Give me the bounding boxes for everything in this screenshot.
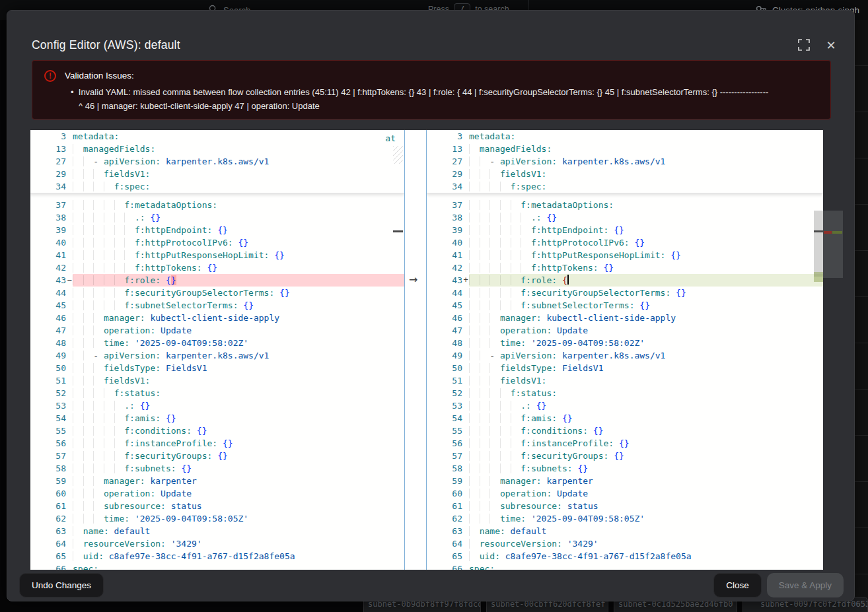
diff-pane-modified[interactable]: 3metadata:13 managedFields:27 - apiVersi… [427, 130, 823, 570]
code-line[interactable]: 62 time: '2025-09-04T09:58:05Z' [30, 512, 404, 525]
code-line[interactable]: 42 f:httpTokens: {} [30, 261, 404, 274]
code-line[interactable]: 55 f:conditions: {} [30, 425, 404, 437]
code-line[interactable]: 3metadata: [30, 130, 404, 143]
code-line[interactable]: 52 f:status: [30, 387, 404, 399]
code-line[interactable]: 40 f:httpProtocolIPv6: {} [30, 236, 404, 249]
code-line[interactable]: 41 f:httpPutResponseHopLimit: {} [427, 249, 823, 261]
undo-changes-button[interactable]: Undo Changes [19, 573, 104, 597]
code-line[interactable]: 62 time: '2025-09-04T09:58:05Z' [427, 512, 823, 525]
diff-pane-original[interactable]: at 3metadata:13 managedFields:27 - apiVe… [30, 130, 404, 570]
code-line[interactable]: 47 operation: Update [30, 324, 404, 337]
code-body[interactable]: 37 f:metadataOptions:38 .: {}39 f:httpEn… [427, 193, 823, 570]
code-line[interactable]: 61 subresource: status [30, 500, 404, 512]
diff-splitter[interactable]: → [404, 130, 427, 570]
line-number: 50 [427, 362, 462, 374]
code-line[interactable]: 58 f:subnets: {} [30, 462, 404, 475]
code-line[interactable]: 39 f:httpEndpoint: {} [427, 224, 823, 236]
code-line[interactable]: 63 name: default [427, 525, 823, 537]
code-text: - apiVersion: karpenter.k8s.aws/v1 [73, 155, 404, 168]
code-line[interactable]: 65 uid: c8afe97e-38cc-4f91-a767-d15f2a8f… [30, 550, 404, 562]
line-number: 29 [30, 168, 66, 180]
expand-icon[interactable] [797, 39, 811, 52]
save-apply-button[interactable]: Save & Apply [767, 573, 844, 597]
code-line[interactable]: 38 .: {} [427, 211, 823, 224]
code-line[interactable]: 58 f:subnets: {} [427, 462, 823, 475]
code-line[interactable]: 40 f:httpProtocolIPv6: {} [427, 236, 823, 249]
code-line[interactable]: 59 manager: karpenter [427, 475, 823, 487]
code-line[interactable]: 48 time: '2025-09-04T09:58:02Z' [30, 337, 404, 349]
code-line[interactable]: 64 resourceVersion: '3429' [30, 537, 404, 550]
code-line[interactable]: 13 managedFields: [427, 143, 823, 155]
config-diff-editor[interactable]: at 3metadata:13 managedFields:27 - apiVe… [30, 130, 823, 570]
code-line[interactable]: 47 operation: Update [427, 324, 823, 337]
line-number: 39 [30, 224, 66, 236]
code-line[interactable]: 63 name: default [30, 525, 404, 537]
code-line[interactable]: 53 .: {} [427, 399, 823, 412]
code-line[interactable]: 41 f:httpPutResponseHopLimit: {} [30, 249, 404, 261]
code-line[interactable]: 56 f:instanceProfile: {} [427, 437, 823, 450]
diff-sign [66, 211, 73, 224]
close-button[interactable]: Close [713, 573, 762, 597]
close-icon[interactable]: ✕ [824, 39, 838, 52]
code-line[interactable]: 53 .: {} [30, 399, 404, 412]
revert-change-arrow-icon[interactable]: → [409, 273, 417, 286]
code-line[interactable]: 60 operation: Update [427, 487, 823, 500]
sticky-scroll[interactable]: 3metadata:13 managedFields:27 - apiVersi… [30, 130, 404, 193]
code-line[interactable]: 39 f:httpEndpoint: {} [30, 224, 404, 236]
code-line[interactable]: 3metadata: [427, 130, 823, 143]
code-line[interactable]: 49 - apiVersion: karpenter.k8s.aws/v1 [30, 349, 404, 362]
code-line[interactable]: 64 resourceVersion: '3429' [427, 537, 823, 550]
line-number: 57 [30, 450, 66, 462]
code-line[interactable]: 29 fieldsV1: [30, 168, 404, 180]
code-line[interactable]: 44 f:securityGroupSelectorTerms: {} [427, 287, 823, 299]
scrollbar-thumb[interactable] [814, 211, 823, 277]
code-line[interactable]: 51 fieldsV1: [427, 374, 823, 387]
hidden-region-hatch [393, 146, 403, 164]
sticky-scroll[interactable]: 3metadata:13 managedFields:27 - apiVersi… [427, 130, 823, 193]
line-number: 41 [30, 249, 66, 261]
code-line[interactable]: 61 subresource: status [427, 500, 823, 512]
code-line[interactable]: 27 - apiVersion: karpenter.k8s.aws/v1 [30, 155, 404, 168]
code-line[interactable]: 66spec: [30, 562, 404, 570]
line-number: 66 [30, 562, 66, 570]
diff-overview-viewport[interactable] [823, 211, 843, 278]
code-line[interactable]: 54 f:amis: {} [30, 412, 404, 425]
code-line[interactable]: 59 manager: karpenter [30, 475, 404, 487]
code-line[interactable]: 45 f:subnetSelectorTerms: {} [427, 299, 823, 312]
code-line[interactable]: 66spec: [427, 562, 823, 570]
code-body[interactable]: 37 f:metadataOptions:38 .: {}39 f:httpEn… [30, 193, 404, 570]
code-line[interactable]: 27 - apiVersion: karpenter.k8s.aws/v1 [427, 155, 823, 168]
code-line[interactable]: 50 fieldsType: FieldsV1 [30, 362, 404, 374]
code-line[interactable]: 49 - apiVersion: karpenter.k8s.aws/v1 [427, 349, 823, 362]
code-line[interactable]: 50 fieldsType: FieldsV1 [427, 362, 823, 374]
diff-sign [462, 399, 469, 412]
code-line[interactable]: 45 f:subnetSelectorTerms: {} [30, 299, 404, 312]
code-line[interactable]: 56 f:instanceProfile: {} [30, 437, 404, 450]
code-line[interactable]: 34 f:spec: [30, 180, 404, 193]
code-line[interactable]: 65 uid: c8afe97e-38cc-4f91-a767-d15f2a8f… [427, 550, 823, 562]
code-line[interactable]: 34 f:spec: [427, 180, 823, 193]
code-line[interactable]: 46 manager: kubectl-client-side-apply [30, 312, 404, 324]
code-line[interactable]: 13 managedFields: [30, 143, 404, 155]
code-line[interactable]: 57 f:securityGroups: {} [427, 450, 823, 462]
code-line[interactable]: 48 time: '2025-09-04T09:58:02Z' [427, 337, 823, 349]
code-line[interactable]: 55 f:conditions: {} [427, 425, 823, 437]
code-text: f:spec: [469, 180, 823, 193]
code-line[interactable]: 46 manager: kubectl-client-side-apply [427, 312, 823, 324]
code-line[interactable]: 42 f:httpTokens: {} [427, 261, 823, 274]
code-text: - apiVersion: karpenter.k8s.aws/v1 [469, 349, 823, 362]
code-line[interactable]: 29 fieldsV1: [427, 168, 823, 180]
code-line[interactable]: 37 f:metadataOptions: [30, 199, 404, 211]
code-line[interactable]: 60 operation: Update [30, 487, 404, 500]
code-line[interactable]: 57 f:securityGroups: {} [30, 450, 404, 462]
code-line[interactable]: 43− f:role: {} [30, 274, 404, 287]
diff-sign [462, 337, 469, 349]
code-line[interactable]: 51 fieldsV1: [30, 374, 404, 387]
code-line[interactable]: 38 .: {} [30, 211, 404, 224]
code-line[interactable]: 37 f:metadataOptions: [427, 199, 823, 211]
code-line[interactable]: 52 f:status: [427, 387, 823, 399]
code-line[interactable]: 44 f:securityGroupSelectorTerms: {} [30, 287, 404, 299]
code-line[interactable]: 54 f:amis: {} [427, 412, 823, 425]
code-line[interactable]: 43+ f:role: { [427, 274, 823, 287]
line-number: 46 [30, 312, 66, 324]
